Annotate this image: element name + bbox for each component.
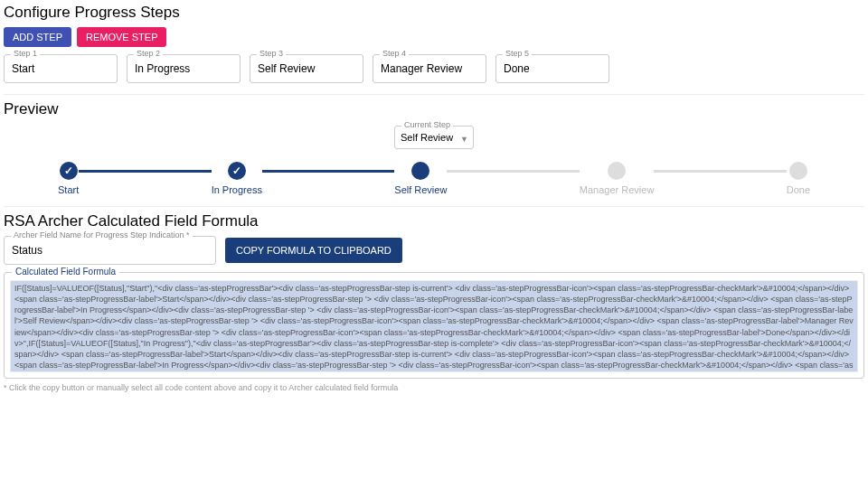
archer-field-label: Archer Field Name for Progress Step Indi… bbox=[11, 230, 193, 239]
progress-step-label: In Progress bbox=[212, 184, 262, 195]
formula-textarea[interactable]: IF([Status]=VALUEOF([Status],"Start"),"<… bbox=[10, 280, 858, 372]
step-input-5[interactable] bbox=[495, 54, 609, 83]
progress-step-label: Done bbox=[787, 184, 810, 195]
step-input-3[interactable] bbox=[250, 54, 363, 83]
progress-step-label: Self Review bbox=[394, 184, 447, 195]
progress-connector bbox=[79, 170, 211, 173]
step-input-4[interactable] bbox=[373, 54, 486, 83]
remove-step-button[interactable]: REMOVE STEP bbox=[77, 27, 166, 47]
step-input-1[interactable] bbox=[4, 54, 118, 83]
progress-connector bbox=[262, 170, 394, 173]
formula-title: RSA Archer Calculated Field Formula bbox=[4, 212, 864, 230]
progress-step-icon: ✓ bbox=[60, 162, 78, 180]
formula-box-label: Calculated Field Formula bbox=[12, 267, 119, 277]
divider bbox=[4, 94, 864, 95]
divider bbox=[4, 206, 864, 207]
step-input-2[interactable] bbox=[127, 54, 241, 83]
progress-step-icon bbox=[789, 162, 807, 180]
progress-connector bbox=[447, 170, 579, 173]
archer-field-input[interactable] bbox=[4, 236, 216, 265]
step-input-label: Step 5 bbox=[503, 49, 532, 58]
copy-formula-button[interactable]: COPY FORMULA TO CLIPBOARD bbox=[225, 238, 402, 263]
progress-step-label: Start bbox=[58, 184, 79, 195]
step-input-label: Step 4 bbox=[380, 49, 409, 58]
progress-step-icon bbox=[608, 162, 626, 180]
progress-step-label: Manager Review bbox=[580, 184, 655, 195]
progress-step-icon bbox=[411, 162, 429, 180]
add-step-button[interactable]: ADD STEP bbox=[4, 27, 71, 47]
configure-title: Configure Progress Steps bbox=[4, 4, 864, 22]
step-input-label: Step 1 bbox=[11, 49, 40, 58]
current-step-label: Current Step bbox=[401, 120, 453, 129]
progress-bar: ✓Start✓In ProgressSelf ReviewManager Rev… bbox=[58, 162, 810, 195]
formula-hint: * Click the copy button or manually sele… bbox=[4, 383, 864, 392]
step-input-label: Step 2 bbox=[134, 49, 163, 58]
progress-connector bbox=[654, 170, 786, 173]
step-input-label: Step 3 bbox=[257, 49, 286, 58]
progress-step-icon: ✓ bbox=[228, 162, 246, 180]
preview-title: Preview bbox=[4, 100, 864, 118]
